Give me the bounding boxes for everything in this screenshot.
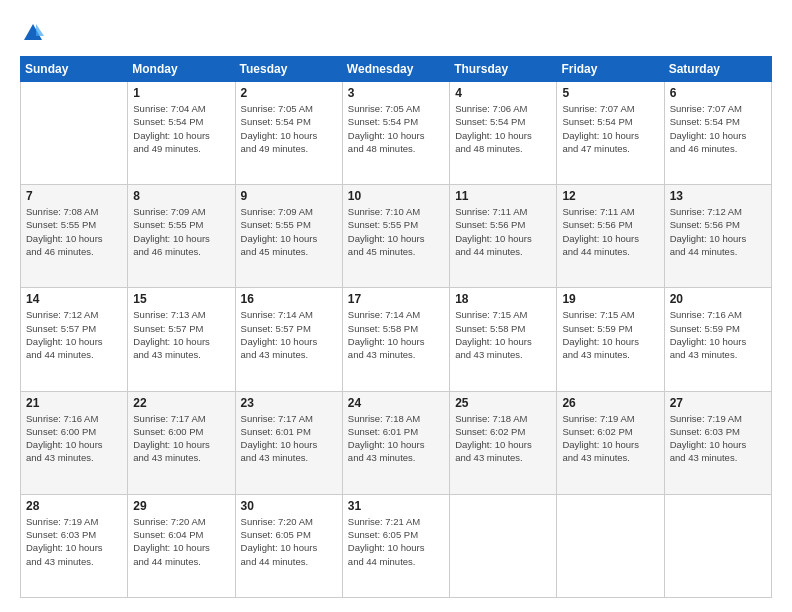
calendar-cell: 3Sunrise: 7:05 AM Sunset: 5:54 PM Daylig… (342, 82, 449, 185)
day-info: Sunrise: 7:13 AM Sunset: 5:57 PM Dayligh… (133, 308, 229, 361)
calendar-cell (450, 494, 557, 597)
calendar-cell: 12Sunrise: 7:11 AM Sunset: 5:56 PM Dayli… (557, 185, 664, 288)
day-info: Sunrise: 7:17 AM Sunset: 6:00 PM Dayligh… (133, 412, 229, 465)
day-info: Sunrise: 7:12 AM Sunset: 5:56 PM Dayligh… (670, 205, 766, 258)
day-number: 22 (133, 396, 229, 410)
day-info: Sunrise: 7:05 AM Sunset: 5:54 PM Dayligh… (348, 102, 444, 155)
day-info: Sunrise: 7:18 AM Sunset: 6:02 PM Dayligh… (455, 412, 551, 465)
day-info: Sunrise: 7:11 AM Sunset: 5:56 PM Dayligh… (455, 205, 551, 258)
day-number: 24 (348, 396, 444, 410)
day-info: Sunrise: 7:15 AM Sunset: 5:58 PM Dayligh… (455, 308, 551, 361)
day-number: 15 (133, 292, 229, 306)
calendar-row-4: 28Sunrise: 7:19 AM Sunset: 6:03 PM Dayli… (21, 494, 772, 597)
day-number: 9 (241, 189, 337, 203)
calendar-cell: 5Sunrise: 7:07 AM Sunset: 5:54 PM Daylig… (557, 82, 664, 185)
day-info: Sunrise: 7:05 AM Sunset: 5:54 PM Dayligh… (241, 102, 337, 155)
calendar-cell: 8Sunrise: 7:09 AM Sunset: 5:55 PM Daylig… (128, 185, 235, 288)
svg-marker-1 (36, 24, 44, 36)
calendar-cell: 15Sunrise: 7:13 AM Sunset: 5:57 PM Dayli… (128, 288, 235, 391)
day-number: 4 (455, 86, 551, 100)
calendar-cell: 21Sunrise: 7:16 AM Sunset: 6:00 PM Dayli… (21, 391, 128, 494)
calendar-row-1: 7Sunrise: 7:08 AM Sunset: 5:55 PM Daylig… (21, 185, 772, 288)
day-number: 1 (133, 86, 229, 100)
day-number: 10 (348, 189, 444, 203)
calendar-weekday-tuesday: Tuesday (235, 57, 342, 82)
day-info: Sunrise: 7:07 AM Sunset: 5:54 PM Dayligh… (670, 102, 766, 155)
day-number: 7 (26, 189, 122, 203)
day-info: Sunrise: 7:19 AM Sunset: 6:02 PM Dayligh… (562, 412, 658, 465)
day-number: 16 (241, 292, 337, 306)
day-info: Sunrise: 7:09 AM Sunset: 5:55 PM Dayligh… (133, 205, 229, 258)
calendar-row-3: 21Sunrise: 7:16 AM Sunset: 6:00 PM Dayli… (21, 391, 772, 494)
calendar-weekday-sunday: Sunday (21, 57, 128, 82)
calendar-cell (21, 82, 128, 185)
day-number: 17 (348, 292, 444, 306)
calendar-cell: 17Sunrise: 7:14 AM Sunset: 5:58 PM Dayli… (342, 288, 449, 391)
day-number: 27 (670, 396, 766, 410)
calendar-cell: 7Sunrise: 7:08 AM Sunset: 5:55 PM Daylig… (21, 185, 128, 288)
calendar-table: SundayMondayTuesdayWednesdayThursdayFrid… (20, 56, 772, 598)
day-number: 26 (562, 396, 658, 410)
calendar-cell: 14Sunrise: 7:12 AM Sunset: 5:57 PM Dayli… (21, 288, 128, 391)
day-number: 18 (455, 292, 551, 306)
day-number: 11 (455, 189, 551, 203)
calendar-cell: 11Sunrise: 7:11 AM Sunset: 5:56 PM Dayli… (450, 185, 557, 288)
day-number: 13 (670, 189, 766, 203)
day-number: 31 (348, 499, 444, 513)
day-number: 14 (26, 292, 122, 306)
calendar-cell (557, 494, 664, 597)
day-info: Sunrise: 7:11 AM Sunset: 5:56 PM Dayligh… (562, 205, 658, 258)
day-info: Sunrise: 7:15 AM Sunset: 5:59 PM Dayligh… (562, 308, 658, 361)
day-number: 2 (241, 86, 337, 100)
calendar-cell: 1Sunrise: 7:04 AM Sunset: 5:54 PM Daylig… (128, 82, 235, 185)
calendar-header-row: SundayMondayTuesdayWednesdayThursdayFrid… (21, 57, 772, 82)
day-info: Sunrise: 7:12 AM Sunset: 5:57 PM Dayligh… (26, 308, 122, 361)
day-info: Sunrise: 7:14 AM Sunset: 5:58 PM Dayligh… (348, 308, 444, 361)
calendar-cell: 2Sunrise: 7:05 AM Sunset: 5:54 PM Daylig… (235, 82, 342, 185)
calendar-weekday-wednesday: Wednesday (342, 57, 449, 82)
day-info: Sunrise: 7:20 AM Sunset: 6:04 PM Dayligh… (133, 515, 229, 568)
day-info: Sunrise: 7:16 AM Sunset: 6:00 PM Dayligh… (26, 412, 122, 465)
calendar-weekday-monday: Monday (128, 57, 235, 82)
calendar-cell: 26Sunrise: 7:19 AM Sunset: 6:02 PM Dayli… (557, 391, 664, 494)
calendar-cell: 23Sunrise: 7:17 AM Sunset: 6:01 PM Dayli… (235, 391, 342, 494)
day-number: 29 (133, 499, 229, 513)
day-info: Sunrise: 7:07 AM Sunset: 5:54 PM Dayligh… (562, 102, 658, 155)
day-info: Sunrise: 7:17 AM Sunset: 6:01 PM Dayligh… (241, 412, 337, 465)
day-number: 25 (455, 396, 551, 410)
calendar-cell: 27Sunrise: 7:19 AM Sunset: 6:03 PM Dayli… (664, 391, 771, 494)
calendar-cell: 30Sunrise: 7:20 AM Sunset: 6:05 PM Dayli… (235, 494, 342, 597)
calendar-cell: 31Sunrise: 7:21 AM Sunset: 6:05 PM Dayli… (342, 494, 449, 597)
calendar-cell: 6Sunrise: 7:07 AM Sunset: 5:54 PM Daylig… (664, 82, 771, 185)
day-number: 8 (133, 189, 229, 203)
calendar-cell: 4Sunrise: 7:06 AM Sunset: 5:54 PM Daylig… (450, 82, 557, 185)
calendar-cell: 10Sunrise: 7:10 AM Sunset: 5:55 PM Dayli… (342, 185, 449, 288)
day-info: Sunrise: 7:19 AM Sunset: 6:03 PM Dayligh… (26, 515, 122, 568)
calendar-cell: 16Sunrise: 7:14 AM Sunset: 5:57 PM Dayli… (235, 288, 342, 391)
day-info: Sunrise: 7:21 AM Sunset: 6:05 PM Dayligh… (348, 515, 444, 568)
calendar-weekday-saturday: Saturday (664, 57, 771, 82)
day-number: 19 (562, 292, 658, 306)
calendar-cell: 18Sunrise: 7:15 AM Sunset: 5:58 PM Dayli… (450, 288, 557, 391)
calendar-cell: 22Sunrise: 7:17 AM Sunset: 6:00 PM Dayli… (128, 391, 235, 494)
day-info: Sunrise: 7:14 AM Sunset: 5:57 PM Dayligh… (241, 308, 337, 361)
header (20, 18, 772, 46)
day-number: 3 (348, 86, 444, 100)
day-number: 21 (26, 396, 122, 410)
day-number: 12 (562, 189, 658, 203)
day-info: Sunrise: 7:18 AM Sunset: 6:01 PM Dayligh… (348, 412, 444, 465)
day-number: 23 (241, 396, 337, 410)
day-number: 5 (562, 86, 658, 100)
calendar-cell: 9Sunrise: 7:09 AM Sunset: 5:55 PM Daylig… (235, 185, 342, 288)
day-info: Sunrise: 7:06 AM Sunset: 5:54 PM Dayligh… (455, 102, 551, 155)
logo-icon (22, 22, 44, 44)
calendar-cell: 24Sunrise: 7:18 AM Sunset: 6:01 PM Dayli… (342, 391, 449, 494)
day-info: Sunrise: 7:09 AM Sunset: 5:55 PM Dayligh… (241, 205, 337, 258)
calendar-cell: 25Sunrise: 7:18 AM Sunset: 6:02 PM Dayli… (450, 391, 557, 494)
day-info: Sunrise: 7:20 AM Sunset: 6:05 PM Dayligh… (241, 515, 337, 568)
day-info: Sunrise: 7:16 AM Sunset: 5:59 PM Dayligh… (670, 308, 766, 361)
calendar-weekday-thursday: Thursday (450, 57, 557, 82)
calendar-row-0: 1Sunrise: 7:04 AM Sunset: 5:54 PM Daylig… (21, 82, 772, 185)
calendar-weekday-friday: Friday (557, 57, 664, 82)
calendar-cell: 19Sunrise: 7:15 AM Sunset: 5:59 PM Dayli… (557, 288, 664, 391)
